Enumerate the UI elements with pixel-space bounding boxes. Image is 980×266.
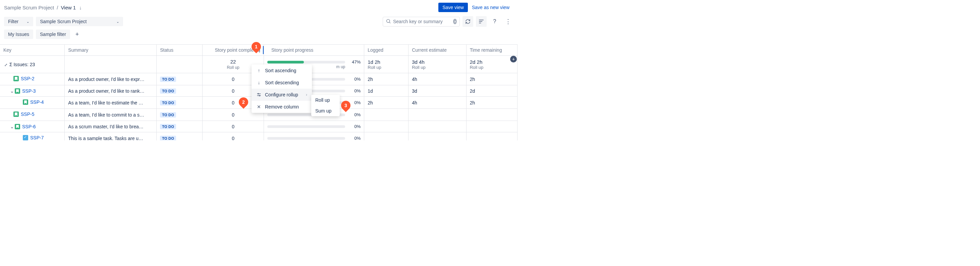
- progress-percent: 47%: [348, 59, 361, 64]
- rem-cell: 2h: [466, 97, 517, 109]
- story-icon: [23, 99, 28, 105]
- svg-rect-3: [479, 21, 482, 22]
- story-icon: [15, 88, 20, 94]
- progress-percent: 0%: [348, 124, 361, 129]
- roll-up-option[interactable]: Roll up: [311, 95, 340, 106]
- column-header-summary[interactable]: Summary: [65, 45, 157, 56]
- clear-search-icon[interactable]: ✕: [453, 19, 457, 24]
- spc-total: 22: [231, 58, 236, 65]
- refresh-button[interactable]: [463, 16, 473, 27]
- column-header-time-remaining[interactable]: Time remaining: [466, 45, 517, 56]
- sample-filter-tab[interactable]: Sample filter: [36, 30, 70, 39]
- sort-descending-item[interactable]: ↓ Sort descending: [251, 77, 312, 89]
- progress-percent: 0%: [348, 136, 361, 140]
- svg-point-6: [258, 93, 259, 95]
- summary-label: Σ Issues: 23: [10, 62, 35, 67]
- filter-label: Filter: [8, 19, 18, 24]
- story-icon: [13, 76, 19, 81]
- add-filter-button[interactable]: +: [73, 31, 82, 38]
- rem-cell: [466, 132, 517, 140]
- issue-key-link[interactable]: SSP-7: [30, 135, 44, 140]
- chevron-down-icon[interactable]: ↓: [79, 5, 82, 10]
- configure-rollup-item[interactable]: Configure rollup ›: [251, 89, 312, 101]
- issue-key-link[interactable]: SSP-6: [22, 124, 35, 129]
- progress-bar: [267, 137, 345, 140]
- current-rollup-label: Roll up: [412, 65, 463, 70]
- rem-cell: [466, 121, 517, 132]
- add-column-button[interactable]: +: [510, 56, 517, 62]
- expand-toggle-icon[interactable]: ⌄: [10, 88, 15, 94]
- help-button[interactable]: ?: [489, 16, 500, 27]
- search-icon: [386, 18, 391, 25]
- breadcrumb: Sample Scrum Project / View 1 ↓: [4, 5, 438, 10]
- breadcrumb-view[interactable]: View 1: [61, 5, 76, 10]
- spp-rollup-label: m up: [336, 64, 345, 69]
- close-icon: ✕: [256, 104, 262, 109]
- logged-cell: 1d: [364, 85, 409, 97]
- status-badge[interactable]: TO DO: [160, 100, 176, 106]
- rollup-submenu: Roll up Sum up: [311, 95, 340, 116]
- arrow-down-icon: ↓: [256, 80, 262, 85]
- collapse-all-icon[interactable]: ⤢: [3, 63, 8, 67]
- column-header-status[interactable]: Status: [157, 45, 202, 56]
- search-input[interactable]: [393, 19, 452, 24]
- chevron-right-icon: ›: [306, 92, 307, 97]
- summary-cell[interactable]: As a team, I'd like to estimate the …: [65, 97, 157, 109]
- column-header-logged[interactable]: Logged: [364, 45, 409, 56]
- cur-cell: [409, 121, 466, 132]
- story-icon: [15, 124, 20, 129]
- svg-rect-2: [479, 20, 484, 21]
- project-dropdown[interactable]: Sample Scrum Project ⌄: [36, 17, 123, 26]
- chevron-down-icon: ⌄: [27, 20, 29, 24]
- status-badge[interactable]: TO DO: [160, 77, 176, 82]
- summary-cell[interactable]: This is a sample task. Tasks are u…: [65, 132, 157, 140]
- summary-cell[interactable]: As a scrum master, I'd like to brea…: [65, 121, 157, 132]
- issue-key-link[interactable]: SSP-5: [21, 112, 34, 117]
- column-header-key[interactable]: Key: [0, 45, 65, 56]
- cur-cell: 4h: [409, 97, 466, 109]
- logged-rollup-label: Roll up: [368, 65, 405, 70]
- task-icon: [23, 135, 28, 140]
- rem-cell: 2h: [466, 73, 517, 85]
- svg-point-0: [387, 19, 390, 22]
- column-context-menu: ↑ Sort ascending ↓ Sort descending Confi…: [251, 64, 312, 113]
- progress-bar: [267, 61, 345, 64]
- filter-dropdown[interactable]: Filter ⌄: [4, 17, 33, 26]
- column-header-current-estimate[interactable]: Current estimate: [409, 45, 466, 56]
- issue-key-link[interactable]: SSP-4: [30, 99, 44, 105]
- cur-cell: 4h: [409, 73, 466, 85]
- rem-cell: 2d: [466, 85, 517, 97]
- sort-button[interactable]: [476, 16, 487, 27]
- more-button[interactable]: ⋮: [503, 16, 514, 27]
- table-row[interactable]: ⌄SSP-6As a scrum master, I'd like to bre…: [0, 121, 517, 132]
- summary-cell[interactable]: As a product owner, I'd like to expr…: [65, 73, 157, 85]
- save-as-new-view-button[interactable]: Save as new view: [468, 3, 514, 12]
- sort-ascending-item[interactable]: ↑ Sort ascending: [251, 64, 312, 77]
- summary-cell[interactable]: As a product owner, I'd like to rank…: [65, 85, 157, 97]
- status-badge[interactable]: TO DO: [160, 124, 176, 129]
- summary-cell[interactable]: As a team, I'd like to commit to a s…: [65, 109, 157, 121]
- search-box[interactable]: ✕: [383, 17, 460, 27]
- svg-line-1: [390, 22, 390, 23]
- progress-bar: [267, 125, 345, 128]
- status-badge[interactable]: TO DO: [160, 88, 176, 94]
- breadcrumb-project[interactable]: Sample Scrum Project: [4, 5, 54, 10]
- issue-key-link[interactable]: SSP-2: [21, 76, 34, 81]
- remove-column-item[interactable]: ✕ Remove column: [251, 101, 312, 113]
- cur-cell: 3d: [409, 85, 466, 97]
- svg-point-8: [259, 95, 260, 96]
- spc-rollup-label: Roll up: [227, 65, 239, 71]
- status-badge[interactable]: TO DO: [160, 112, 176, 117]
- chevron-down-icon: ⌄: [116, 20, 119, 24]
- save-view-button[interactable]: Save view: [438, 3, 468, 12]
- my-issues-tab[interactable]: My Issues: [4, 30, 33, 39]
- spc-cell: 0: [202, 121, 264, 132]
- table-row[interactable]: SSP-7This is a sample task. Tasks are u……: [0, 132, 517, 140]
- sum-up-option[interactable]: Sum up: [311, 106, 340, 116]
- issue-key-link[interactable]: SSP-3: [22, 88, 35, 94]
- column-header-story-point-progress[interactable]: Story point progress: [264, 45, 364, 56]
- project-label: Sample Scrum Project: [40, 19, 86, 24]
- status-badge[interactable]: TO DO: [160, 136, 176, 140]
- progress-percent: 0%: [348, 112, 361, 117]
- expand-toggle-icon[interactable]: ⌄: [10, 124, 15, 129]
